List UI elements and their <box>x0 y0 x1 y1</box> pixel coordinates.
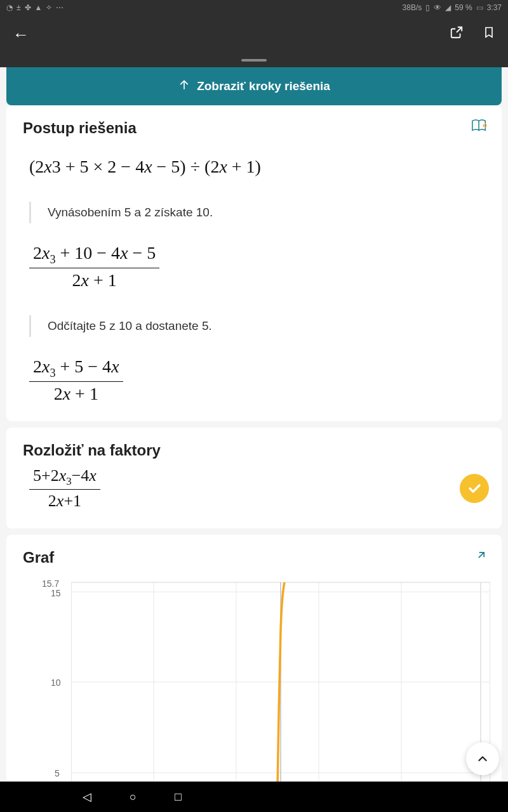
android-nav-bar: ◁ ○ □ <box>0 782 508 812</box>
app-bar: ← <box>0 15 508 53</box>
battery-percent: 59 % <box>455 3 472 12</box>
nav-home-icon[interactable]: ○ <box>130 790 137 804</box>
expression-1: (2x3 + 5 × 2 − 4x − 5) ÷ (2x + 1) <box>29 156 485 178</box>
status-left: ◔ ± ✤ ▲ ✧ ⋯ <box>6 3 64 12</box>
bookmark-icon[interactable] <box>483 25 495 43</box>
step-1-note: Vynásobením 5 a 2 získate 10. <box>29 202 485 223</box>
drag-handle <box>241 59 267 62</box>
factor-card: Rozložiť na faktory 5+2x3−4x 2x+1 <box>6 428 502 529</box>
read-aloud-icon[interactable] <box>471 118 488 133</box>
eye-icon: 👁 <box>434 3 441 12</box>
solution-steps-title: Postup riešenia <box>23 119 485 137</box>
drag-handle-row[interactable] <box>0 53 508 67</box>
step-2-note: Odčítajte 5 z 10 a dostanete 5. <box>29 315 485 337</box>
share-icon[interactable] <box>450 25 464 43</box>
status-icon-4: ▲ <box>35 3 43 12</box>
status-icon-1: ◔ <box>6 3 13 12</box>
status-icon-5: ✧ <box>46 3 52 12</box>
ytick-5: 5 <box>55 768 60 778</box>
ytick-15-7: 15.7 <box>42 579 59 589</box>
graph-title: Graf <box>23 549 485 566</box>
solution-steps-card: Postup riešenia (2x3 + 5 × 2 − 4x − 5) ÷… <box>6 105 502 421</box>
ytick-15: 15 <box>51 588 61 598</box>
factor-expression: 5+2x3−4x 2x+1 <box>29 466 485 511</box>
status-icon-3: ✤ <box>25 3 31 12</box>
wifi-icon: ◢ <box>445 3 451 12</box>
status-bar: ◔ ± ✤ ▲ ✧ ⋯ 38B/s ▯ 👁 ◢ 59 % ▭ 3:37 <box>0 0 508 15</box>
ytick-10: 10 <box>51 678 61 688</box>
scroll-up-fab[interactable] <box>466 742 499 775</box>
graph-card: Graf 15.7 15 10 5 <box>6 535 502 789</box>
back-arrow-icon[interactable]: ← <box>13 25 29 44</box>
graph-plot-area[interactable]: 15.7 15 10 5 <box>23 579 485 789</box>
status-right: 38B/s ▯ 👁 ◢ 59 % ▭ 3:37 <box>403 3 502 12</box>
expression-2: 2x3 + 10 − 4x − 5 2x + 1 <box>29 242 485 291</box>
status-icon-more: ⋯ <box>56 3 64 12</box>
factor-title: Rozložiť na faktory <box>23 442 485 459</box>
nav-back-icon[interactable]: ◁ <box>83 790 91 804</box>
nav-recent-icon[interactable]: □ <box>175 790 182 804</box>
show-steps-label: Zobraziť kroky riešenia <box>197 79 330 93</box>
arrow-up-icon <box>178 79 190 95</box>
show-steps-button[interactable]: Zobraziť kroky riešenia <box>6 67 502 105</box>
vibrate-icon: ▯ <box>425 3 430 12</box>
status-icon-2: ± <box>17 3 21 12</box>
clock: 3:37 <box>487 3 502 12</box>
network-speed: 38B/s <box>403 3 422 12</box>
expression-3: 2x3 + 5 − 4x 2x + 1 <box>29 356 485 405</box>
chart-svg <box>71 579 490 789</box>
expand-icon[interactable] <box>475 549 488 565</box>
confirm-check-button[interactable] <box>460 474 489 503</box>
battery-icon: ▭ <box>476 3 483 12</box>
